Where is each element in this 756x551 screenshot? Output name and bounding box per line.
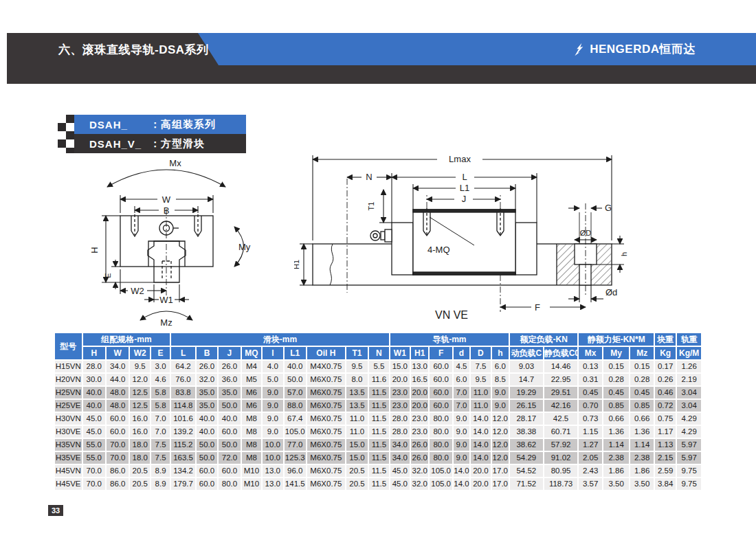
column-subheader: Mx <box>579 347 601 359</box>
value-cell: 7.0 <box>454 387 469 398</box>
column-subheader: H1 <box>411 347 428 359</box>
value-cell: M10 <box>242 478 261 490</box>
value-cell: 48.0 <box>107 400 129 412</box>
value-cell: 70.0 <box>107 452 129 464</box>
series-badges: DSAH_ ：高组装系列 DSAH_V_ ：方型滑块 <box>58 115 246 153</box>
column-subheader: MQ <box>242 347 261 359</box>
value-cell: 0.85 <box>630 400 654 412</box>
value-cell: 57.0 <box>285 387 306 398</box>
value-cell: 57.92 <box>544 439 578 451</box>
column-subheader: B <box>197 347 217 359</box>
value-cell: 55.0 <box>83 452 105 464</box>
value-cell: 9.0 <box>454 413 469 425</box>
column-subheader: l <box>263 347 282 359</box>
value-cell: 9.03 <box>510 361 543 372</box>
value-cell: M6X0.75 <box>307 465 345 477</box>
value-cell: 9.0 <box>454 452 469 464</box>
value-cell: 0.26 <box>655 374 676 385</box>
dim-label-f: F <box>535 302 540 313</box>
value-cell: 1.86 <box>630 465 654 477</box>
table-row: H15VN28.034.09.53.064.226.026.0M44.040.0… <box>55 361 701 372</box>
table-row: H30VN45.060.016.07.0101.640.040.0M89.067… <box>55 413 701 425</box>
value-cell: M6X0.75 <box>307 478 345 490</box>
value-cell: M6X0.75 <box>307 426 345 438</box>
value-cell: 1.27 <box>579 439 601 451</box>
value-cell: 8.0 <box>346 374 368 385</box>
dim-label-bore-d: ØD <box>580 229 592 237</box>
dim-label-l: L <box>462 172 467 182</box>
value-cell: 134.2 <box>171 465 194 477</box>
value-cell: 20.0 <box>471 478 490 490</box>
value-cell: M8 <box>242 439 261 451</box>
value-cell: 1.13 <box>655 439 676 451</box>
value-cell: 13.0 <box>263 465 282 477</box>
brand-mark-icon <box>572 42 586 57</box>
value-cell: 80.0 <box>430 426 452 438</box>
value-cell: 101.6 <box>171 413 194 425</box>
value-cell: 9.0 <box>263 426 282 438</box>
model-cell: H30VE <box>55 426 82 438</box>
value-cell: 14.0 <box>471 452 490 464</box>
value-cell: 45.0 <box>390 478 410 490</box>
value-cell: 9.75 <box>677 478 701 490</box>
value-cell: 7.0 <box>151 426 170 438</box>
value-cell: 8.9 <box>151 465 170 477</box>
value-cell: 42.5 <box>544 413 578 425</box>
value-cell: 28.0 <box>390 426 410 438</box>
value-cell: M6X0.75 <box>307 413 345 425</box>
dim-label-w2: W2 <box>131 286 144 296</box>
column-subheader: Oil H <box>307 347 345 359</box>
value-cell: 67.4 <box>285 413 306 425</box>
value-cell: 1.14 <box>603 439 630 451</box>
value-cell: 7.5 <box>151 439 170 451</box>
value-cell: 14.46 <box>544 361 578 372</box>
value-cell: 9.5 <box>346 361 368 372</box>
value-cell: 80.0 <box>430 413 452 425</box>
value-cell: 10.0 <box>263 452 282 464</box>
value-cell: 6.0 <box>492 361 509 372</box>
value-cell: 0.15 <box>603 361 630 372</box>
checker-decoration <box>58 115 74 153</box>
value-cell: 5.97 <box>677 439 701 451</box>
value-cell: 0.66 <box>630 413 654 425</box>
value-cell: 11.6 <box>369 374 388 385</box>
value-cell: 60.0 <box>430 400 452 412</box>
value-cell: 80.0 <box>219 478 240 490</box>
value-cell: 12.5 <box>130 400 149 412</box>
column-group-header: 静额力矩-KN*M <box>579 333 654 346</box>
brand-logo: HENGERDA恒而达 <box>572 33 696 65</box>
model-cell: H30VN <box>55 413 82 425</box>
dim-label-b: B <box>164 205 170 216</box>
column-group-header: 额定负载-KN <box>510 333 577 346</box>
value-cell: 42.16 <box>544 400 578 412</box>
value-cell: 29.51 <box>544 387 578 398</box>
value-cell: 114.8 <box>171 400 194 412</box>
value-cell: 12.0 <box>130 374 149 385</box>
value-cell: 35.0 <box>219 387 240 398</box>
column-header-model: 型号 <box>55 333 82 359</box>
column-subheader: Kg <box>655 347 676 359</box>
value-cell: 20.5 <box>346 478 368 490</box>
value-cell: 2.43 <box>579 465 601 477</box>
value-cell: 26.15 <box>510 400 543 412</box>
value-cell: 50.0 <box>219 400 240 412</box>
value-cell: 141.5 <box>285 478 306 490</box>
model-cell: H20VN <box>55 374 82 385</box>
value-cell: 14.0 <box>471 413 490 425</box>
value-cell: 19.29 <box>510 387 543 398</box>
value-cell: 38.62 <box>510 439 543 451</box>
value-cell: 17.0 <box>492 478 509 490</box>
value-cell: 22.95 <box>544 374 578 385</box>
value-cell: 60.71 <box>544 426 578 438</box>
value-cell: M6X0.75 <box>307 374 345 385</box>
badge-code: DSAH_ <box>89 119 150 131</box>
value-cell: 0.73 <box>579 413 601 425</box>
value-cell: 12.0 <box>492 426 509 438</box>
value-cell: 8.9 <box>151 478 170 490</box>
value-cell: 60.0 <box>219 465 240 477</box>
value-cell: 11.0 <box>346 413 368 425</box>
dim-label-e: E <box>104 273 112 278</box>
value-cell: M6X0.75 <box>307 400 345 412</box>
column-subheader: J <box>219 347 240 359</box>
value-cell: 15.0 <box>346 439 368 451</box>
